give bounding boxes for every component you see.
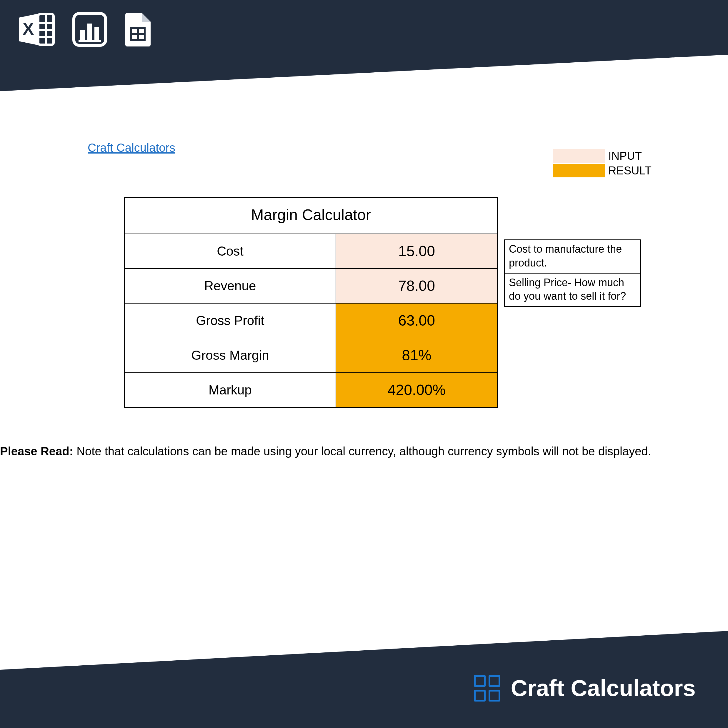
svg-text:X: X (23, 19, 34, 38)
label-gross-margin: Gross Margin (124, 338, 336, 373)
legend: INPUT RESULT (553, 148, 652, 178)
calculator: Margin Calculator Cost 15.00 Revenue 78.… (124, 197, 498, 408)
result-gross-profit: 63.00 (336, 303, 497, 338)
svg-rect-8 (80, 30, 85, 40)
label-markup: Markup (124, 373, 336, 407)
legend-swatch-input (553, 149, 605, 163)
note-revenue: Selling Price- How much do you want to s… (504, 274, 641, 307)
please-read-body: Note that calculations can be made using… (73, 445, 651, 458)
calculator-table: Margin Calculator Cost 15.00 Revenue 78.… (124, 197, 498, 408)
svg-rect-10 (95, 27, 99, 40)
please-read-lead: Please Read: (0, 445, 73, 458)
legend-swatch-result (553, 164, 605, 177)
row-gross-margin: Gross Margin 81% (124, 338, 497, 373)
svg-rect-11 (78, 40, 101, 42)
excel-icon: X (18, 12, 56, 47)
label-revenue: Revenue (124, 269, 336, 303)
brand-logo-icon (474, 675, 500, 702)
sheets-icon (124, 12, 153, 47)
bottom-banner: Craft Calculators (0, 631, 728, 728)
calculator-title-row: Margin Calculator (124, 197, 497, 234)
note-cost: Cost to manufacture the product. (504, 239, 641, 274)
legend-label-result: RESULT (608, 164, 652, 177)
please-read: Please Read: Note that calculations can … (0, 443, 702, 460)
calculator-title: Margin Calculator (124, 197, 497, 234)
row-gross-profit: Gross Profit 63.00 (124, 303, 497, 338)
svg-rect-9 (87, 23, 92, 40)
legend-row-input: INPUT (553, 148, 652, 163)
row-markup: Markup 420.00% (124, 373, 497, 407)
chart-icon (72, 12, 107, 47)
craft-calculators-link[interactable]: Craft Calculators (88, 141, 175, 154)
legend-row-result: RESULT (553, 163, 652, 178)
top-icon-row: X (18, 12, 153, 47)
input-revenue[interactable]: 78.00 (336, 269, 497, 303)
side-notes: Cost to manufacture the product. Selling… (504, 239, 641, 307)
footer-brand: Craft Calculators (474, 675, 696, 702)
label-gross-profit: Gross Profit (124, 303, 336, 338)
row-revenue: Revenue 78.00 (124, 269, 497, 303)
brand-text: Craft Calculators (511, 675, 696, 702)
label-cost: Cost (124, 234, 336, 269)
result-markup: 420.00% (336, 373, 497, 407)
row-cost: Cost 15.00 (124, 234, 497, 269)
result-gross-margin: 81% (336, 338, 497, 373)
top-banner: X (0, 0, 728, 91)
input-cost[interactable]: 15.00 (336, 234, 497, 269)
legend-label-input: INPUT (608, 150, 642, 162)
